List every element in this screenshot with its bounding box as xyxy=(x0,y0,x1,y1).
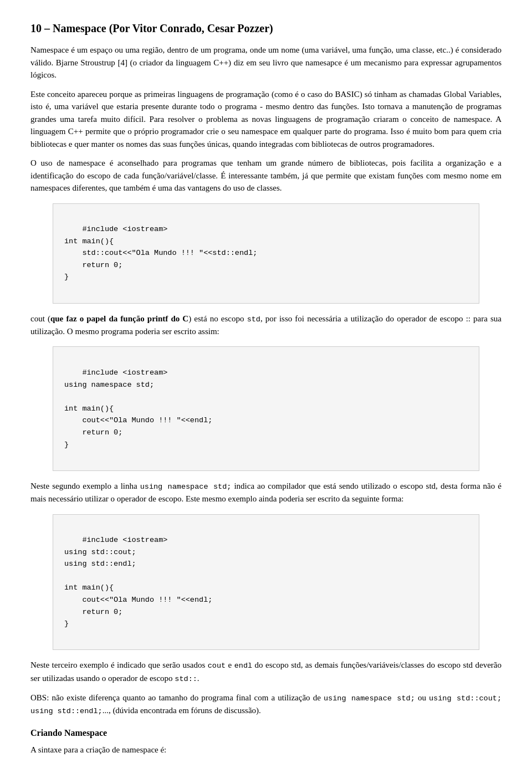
p6-end: . xyxy=(197,674,200,683)
paragraph-4: cout (que faz o papel da função printf d… xyxy=(30,313,502,338)
p4-after: ) está no escopo xyxy=(188,314,247,323)
p2-text: Este conceito apareceu porque as primeir… xyxy=(30,90,502,148)
p1-text: Namespace é um espaço ou uma região, den… xyxy=(30,45,502,79)
p5-code: using namespace std; xyxy=(140,483,232,491)
p6-middle1: e xyxy=(226,660,234,669)
page-content: 10 – Namespace (Por Vitor Conrado, Cesar… xyxy=(0,0,532,763)
paragraph-5: Neste segundo exemplo a linha using name… xyxy=(30,480,502,505)
code3-text: #include <iostream> using std::cout; usi… xyxy=(64,536,212,628)
code-block-1: #include <iostream> int main(){ std::cou… xyxy=(53,203,479,304)
p7-end: ..., (dúvida encontrada em fóruns de dis… xyxy=(103,706,261,715)
paragraph-1: Namespace é um espaço ou uma região, den… xyxy=(30,44,502,81)
p7-code1: using namespace std; xyxy=(324,694,415,703)
paragraph-3: O uso de namespace é aconselhado para pr… xyxy=(30,157,502,194)
p7-middle: ou xyxy=(415,693,429,702)
p6-before: Neste terceiro exemplo é indicado que se… xyxy=(30,660,208,669)
p7-before: OBS: não existe diferença quanto ao tama… xyxy=(30,693,324,702)
section-title-namespace: Criando Namespace xyxy=(30,728,502,738)
p4-bold: que faz o papel da função printf do C xyxy=(50,314,188,323)
code2-text: #include <iostream> using namespace std;… xyxy=(64,368,212,449)
paragraph-8: A sintaxe para a criação de namespace é: xyxy=(30,744,502,756)
code-block-2: #include <iostream> using namespace std;… xyxy=(53,346,479,470)
p4-before: cout ( xyxy=(30,314,50,323)
code1-text: #include <iostream> int main(){ std::cou… xyxy=(64,225,257,281)
chapter-title: 10 – Namespace (Por Vitor Conrado, Cesar… xyxy=(30,22,502,35)
p3-text: O uso de namespace é aconselhado para pr… xyxy=(30,158,502,192)
paragraph-2: Este conceito apareceu porque as primeir… xyxy=(30,88,502,151)
p6-code2: endl xyxy=(234,662,252,670)
p5-before: Neste segundo exemplo a linha xyxy=(30,482,140,490)
code-block-3: #include <iostream> using std::cout; usi… xyxy=(53,514,479,651)
p4-code1: std xyxy=(247,315,260,324)
p6-code3: std:: xyxy=(175,675,197,683)
p6-code1: cout xyxy=(208,662,226,670)
paragraph-7: OBS: não existe diferença quanto ao tama… xyxy=(30,692,502,718)
paragraph-6: Neste terceiro exemplo é indicado que se… xyxy=(30,659,502,685)
